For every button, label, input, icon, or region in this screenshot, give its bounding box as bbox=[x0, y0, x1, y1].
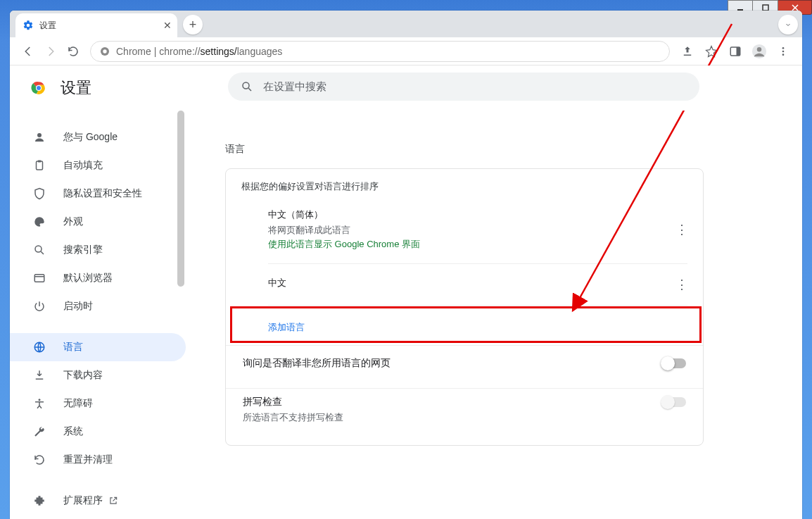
svg-rect-1 bbox=[763, 5, 768, 11]
svg-point-21 bbox=[39, 399, 41, 401]
tab-strip: 设置 ✕ + bbox=[10, 11, 802, 37]
spellcheck-row: 拼写检查 bbox=[226, 389, 703, 411]
search-icon bbox=[31, 244, 48, 256]
svg-point-3 bbox=[103, 49, 106, 53]
bookmark-star-icon[interactable] bbox=[699, 40, 723, 63]
sidebar-item-search-engine[interactable]: 搜索引擎 bbox=[10, 236, 186, 264]
language-options-icon[interactable]: ⋮ bbox=[675, 222, 687, 237]
sidebar: 您与 Google 自动填充 隐私设置和安全性 外观 搜索引擎 默认浏览器 启动… bbox=[10, 111, 186, 519]
address-bar[interactable]: Chrome | chrome://settings/languages bbox=[90, 41, 670, 62]
chrome-menu-icon[interactable] bbox=[771, 40, 795, 63]
power-icon bbox=[31, 300, 48, 313]
language-options-icon[interactable]: ⋮ bbox=[675, 277, 687, 292]
sidebar-item-privacy[interactable]: 隐私设置和安全性 bbox=[10, 180, 186, 208]
spellcheck-sub: 所选语言不支持拼写检查 bbox=[226, 411, 703, 434]
chrome-scheme-icon bbox=[99, 46, 110, 57]
person-icon bbox=[31, 131, 48, 144]
chrome-window: 设置 ✕ + Chrome | chrome://settings/langua… bbox=[10, 11, 802, 519]
palette-icon bbox=[31, 215, 48, 228]
settings-search[interactable]: 在设置中搜索 bbox=[228, 73, 699, 101]
accessibility-icon bbox=[31, 397, 48, 410]
forward-button[interactable] bbox=[39, 40, 62, 63]
chrome-logo-icon bbox=[30, 79, 48, 97]
sidebar-item-extensions[interactable]: 扩展程序 bbox=[10, 487, 186, 515]
sidebar-item-languages[interactable]: 语言 bbox=[10, 333, 186, 361]
spellcheck-title: 拼写检查 bbox=[243, 396, 282, 408]
share-icon[interactable] bbox=[675, 40, 699, 63]
download-icon bbox=[31, 369, 48, 382]
translate-toggle[interactable] bbox=[662, 358, 686, 368]
clipboard-icon bbox=[31, 159, 48, 172]
external-link-icon bbox=[108, 496, 118, 506]
scrollbar-thumb[interactable] bbox=[177, 111, 184, 287]
card-heading: 根据您的偏好设置对语言进行排序 bbox=[226, 180, 703, 201]
sidebar-item-about[interactable]: 关于 Chrome bbox=[10, 515, 186, 519]
browser-tab[interactable]: 设置 ✕ bbox=[15, 13, 177, 37]
section-label: 语言 bbox=[225, 143, 802, 156]
sidebar-scrollbar[interactable] bbox=[176, 111, 186, 519]
sidebar-item-appearance[interactable]: 外观 bbox=[10, 208, 186, 236]
svg-rect-16 bbox=[37, 161, 43, 170]
svg-point-14 bbox=[243, 82, 249, 89]
main-content: 语言 根据您的偏好设置对语言进行排序 中文（简体） 将网页翻译成此语言 使用此语… bbox=[186, 111, 802, 519]
sidebar-item-default-browser[interactable]: 默认浏览器 bbox=[10, 264, 186, 292]
restore-icon bbox=[31, 454, 48, 466]
extension-icon bbox=[31, 494, 48, 507]
translate-toggle-label: 询问是否翻译非您所用语言的网页 bbox=[243, 357, 391, 370]
sidebar-item-autofill[interactable]: 自动填充 bbox=[10, 151, 186, 180]
reload-button[interactable] bbox=[62, 40, 84, 63]
svg-point-8 bbox=[782, 47, 785, 49]
language-row-zh-cn: 中文（简体） 将网页翻译成此语言 使用此语言显示 Google Chrome 界… bbox=[226, 201, 703, 258]
tab-list-chevron-icon[interactable] bbox=[778, 15, 798, 35]
spellcheck-toggle bbox=[662, 397, 686, 407]
omnibox-text: Chrome | chrome://settings/languages bbox=[116, 46, 282, 57]
search-placeholder: 在设置中搜索 bbox=[263, 80, 326, 94]
globe-icon bbox=[31, 341, 48, 354]
profile-avatar-icon[interactable] bbox=[747, 40, 771, 63]
svg-rect-17 bbox=[38, 161, 42, 163]
tab-title: 设置 bbox=[39, 20, 56, 32]
languages-card: 根据您的偏好设置对语言进行排序 中文（简体） 将网页翻译成此语言 使用此语言显示… bbox=[225, 168, 704, 446]
back-button[interactable] bbox=[17, 40, 39, 63]
sidebar-item-accessibility[interactable]: 无障碍 bbox=[10, 389, 186, 418]
search-icon bbox=[241, 80, 253, 93]
side-panel-icon[interactable] bbox=[723, 40, 747, 63]
translate-toggle-row: 询问是否翻译非您所用语言的网页 bbox=[226, 346, 703, 381]
tab-close-icon[interactable]: ✕ bbox=[163, 20, 172, 31]
add-language-link[interactable]: 添加语言 bbox=[268, 322, 305, 332]
svg-point-10 bbox=[782, 54, 785, 56]
wrench-icon bbox=[31, 425, 48, 438]
svg-point-9 bbox=[782, 50, 785, 52]
shield-icon bbox=[31, 187, 48, 200]
browser-toolbar: Chrome | chrome://settings/languages bbox=[10, 37, 802, 65]
browser-icon bbox=[31, 272, 48, 284]
svg-rect-5 bbox=[737, 47, 740, 56]
language-row-zh: 中文 ⋮ bbox=[226, 270, 703, 299]
svg-point-15 bbox=[37, 133, 42, 137]
settings-title: 设置 bbox=[61, 77, 91, 99]
svg-point-7 bbox=[757, 47, 761, 51]
sidebar-item-system[interactable]: 系统 bbox=[10, 418, 186, 446]
sidebar-item-reset[interactable]: 重置并清理 bbox=[10, 446, 186, 474]
new-tab-button[interactable]: + bbox=[183, 15, 203, 35]
sidebar-item-downloads[interactable]: 下载内容 bbox=[10, 361, 186, 389]
svg-point-18 bbox=[35, 246, 42, 252]
gear-icon bbox=[23, 20, 34, 31]
sidebar-item-you-and-google[interactable]: 您与 Google bbox=[10, 123, 186, 151]
svg-rect-19 bbox=[34, 275, 44, 282]
sidebar-item-on-startup[interactable]: 启动时 bbox=[10, 292, 186, 320]
